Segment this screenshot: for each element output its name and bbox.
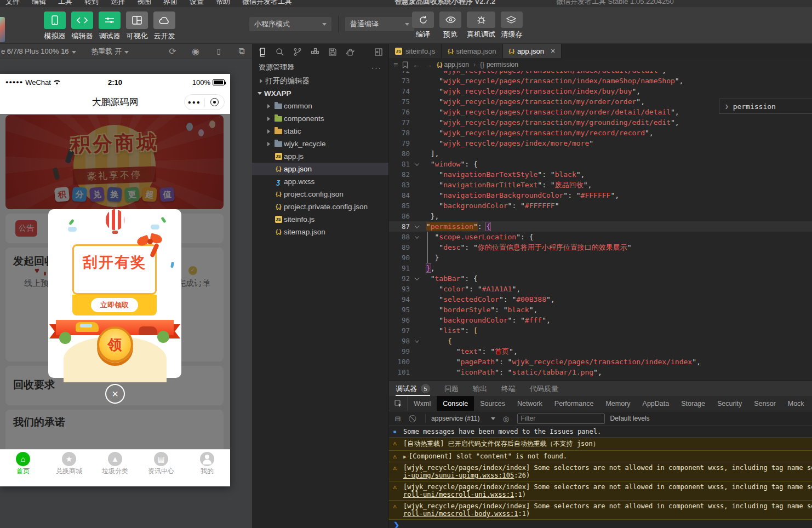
tree-item-components[interactable]: components — [252, 112, 388, 125]
eye-icon[interactable]: ◎ — [501, 415, 512, 423]
toolbar-预览-button[interactable]: 预览 — [439, 12, 461, 39]
mode-dropdown[interactable]: 小程序模式 — [249, 17, 331, 31]
tree-item-siteinfo.js[interactable]: JSsiteinfo.js — [252, 213, 388, 226]
restart-icon[interactable]: ⟳ — [168, 46, 178, 56]
fold-icon[interactable] — [412, 273, 422, 284]
devtools-tab-Console[interactable]: Console — [437, 396, 474, 411]
fold-icon[interactable] — [412, 221, 422, 232]
devtools-tab-Memory[interactable]: Memory — [599, 396, 636, 411]
user-avatar[interactable] — [0, 17, 5, 42]
save-icon[interactable] — [328, 48, 337, 56]
devtools-tab-Sources[interactable]: Sources — [474, 396, 511, 411]
multi-window-icon[interactable]: ⧉ — [237, 46, 247, 56]
source-link[interactable]: roll-uni/mescroll-uni.wxss:1 — [403, 491, 514, 498]
devtools-tab-Sensor[interactable]: Sensor — [748, 396, 782, 411]
devtools-tab-Network[interactable]: Network — [511, 396, 548, 411]
code-area[interactable]: 72 "wjyk_recycle/pages/transaction/index… — [389, 71, 812, 381]
editor-tab-sitemap.json[interactable]: {..}sitemap.json — [442, 44, 502, 58]
tree-item-static[interactable]: static — [252, 125, 388, 137]
tree-item-common[interactable]: common — [252, 100, 388, 112]
console-message-0[interactable]: ▪Some messages have been moved to the Is… — [389, 426, 812, 438]
fold-icon[interactable] — [412, 159, 422, 169]
record-icon[interactable]: ◉ — [191, 46, 201, 56]
toolbar-模拟器-button[interactable]: 模拟器 — [44, 12, 66, 41]
toolbar-编辑器-button[interactable]: 编辑器 — [71, 12, 93, 41]
tab-资讯中心[interactable]: ▤资讯中心 — [138, 450, 184, 475]
breadcrumb-symbol[interactable]: {}permission — [480, 61, 518, 68]
menu-item-7[interactable]: 设置 — [190, 0, 204, 7]
menu-item-3[interactable]: 转到 — [84, 0, 99, 7]
menu-item-6[interactable]: 界面 — [163, 0, 178, 7]
fold-icon[interactable] — [412, 232, 422, 242]
compile-mode-dropdown[interactable]: 普通编译 — [345, 17, 414, 31]
debugger-tab-问题[interactable]: 问题 — [444, 381, 459, 396]
toolbar-真机调试-button[interactable]: 真机调试 — [467, 12, 495, 39]
toolbar-云开发-button[interactable]: 云开发 — [153, 12, 175, 41]
devtools-tab-Performance[interactable]: Performance — [548, 396, 600, 411]
tree-item-project.config.json[interactable]: {..}project.config.json — [252, 188, 388, 200]
console-filter-input[interactable] — [517, 414, 605, 424]
project-root[interactable]: WXAPP — [252, 87, 388, 100]
device-selector[interactable]: e 6/7/8 Plus 100% 16 — [1, 47, 76, 55]
tab-兑换商城[interactable]: ★兑换商城 — [46, 450, 92, 475]
git-branch-icon[interactable] — [293, 48, 302, 56]
console-message-3[interactable]: ⚠[wjyk_recycle/pages/index/index] Some s… — [389, 462, 812, 481]
menu-item-8[interactable]: 帮助 — [216, 0, 230, 7]
toolbar-可视化-button[interactable]: 可视化 — [126, 12, 148, 41]
source-link[interactable]: i-upimg/sunui-upimg.wxss:105 — [403, 472, 514, 479]
symbol-picker-popup[interactable]: ❯permission — [719, 99, 812, 114]
inspect-element-icon[interactable] — [389, 396, 408, 411]
fold-icon[interactable] — [412, 336, 422, 346]
tree-item-project.private.config.json[interactable]: {..}project.private.config.json — [252, 200, 388, 213]
devtools-tab-Security[interactable]: Security — [711, 396, 748, 411]
tree-item-wjyk_recycle[interactable]: wjyk_recycle — [252, 137, 388, 150]
debugger-tab-代码质量[interactable]: 代码质量 — [530, 381, 558, 396]
toolbar-调试器-button[interactable]: 调试器 — [99, 12, 121, 41]
console-message-1[interactable]: ⚠[自动热重载] 已开启代码文件保存后自动热重载（不支持 json） — [389, 438, 812, 451]
menu-item-4[interactable]: 选择 — [111, 0, 125, 7]
bookmark-icon[interactable] — [402, 61, 408, 68]
debugger-tab-输出[interactable]: 输出 — [473, 381, 487, 396]
console-prompt[interactable]: ❯ — [389, 520, 812, 528]
console-message-4[interactable]: ⚠[wjyk_recycle/pages/index/index] Some s… — [389, 481, 812, 501]
menu-item-1[interactable]: 编辑 — [32, 0, 46, 7]
editor-tab-app.json[interactable]: {..}app.json× — [503, 44, 562, 58]
collapse-sidebar-icon[interactable] — [374, 48, 383, 56]
popup-close-button[interactable]: × — [105, 384, 125, 404]
files-icon[interactable] — [258, 48, 267, 57]
phone-frame-icon[interactable]: ▯ — [214, 46, 224, 56]
devtools-tab-Storage[interactable]: Storage — [675, 396, 711, 411]
debugger-tab-终端[interactable]: 终端 — [501, 381, 516, 396]
menu-item-0[interactable]: 文件 — [5, 0, 20, 7]
search-icon[interactable] — [276, 48, 284, 56]
close-tab-icon[interactable]: × — [551, 47, 555, 55]
more-menu-icon[interactable]: ●●● — [185, 99, 204, 105]
debugger-tab-调试器[interactable]: 调试器5 — [396, 381, 430, 396]
clear-console-icon[interactable]: ⃠ — [409, 414, 420, 423]
breadcrumb-file[interactable]: {..}app.json — [437, 61, 469, 68]
tab-首页[interactable]: ⌂首页 — [0, 450, 46, 475]
devtools-tab-AppData[interactable]: AppData — [637, 396, 676, 411]
toolbar-编译-button[interactable]: 编译 — [412, 12, 434, 39]
tab-我的[interactable]: 我的 — [184, 450, 230, 475]
minimize-icon[interactable] — [205, 98, 225, 106]
extensions-icon[interactable] — [311, 48, 319, 56]
hot-reload-toggle[interactable]: 热重载 开 — [92, 47, 129, 56]
gold-coin-icon[interactable]: 领 — [97, 326, 133, 363]
menu-item-2[interactable]: 工具 — [58, 0, 72, 7]
menu-item-5[interactable]: 视图 — [137, 0, 151, 7]
toolbar-清缓存-button[interactable]: 清缓存 — [501, 12, 523, 39]
console-message-2[interactable]: ⚠▶[Component] slot "content" is not foun… — [389, 451, 812, 462]
expand-caret-icon[interactable]: ▶ — [403, 454, 407, 460]
teapot-icon[interactable] — [346, 48, 355, 56]
source-link[interactable]: roll-uni/mescroll-body.wxss:1 — [403, 510, 518, 518]
log-levels-dropdown[interactable]: Default levels — [610, 415, 653, 422]
console-message-5[interactable]: ⚠[wjyk_recycle/pages/index/index] Some s… — [389, 501, 812, 520]
outline-icon[interactable]: ≡ — [393, 60, 398, 69]
nav-forward-icon[interactable]: → — [425, 60, 432, 69]
tab-垃圾分类[interactable]: ▲垃圾分类 — [92, 450, 138, 475]
sidebar-toggle-icon[interactable]: ⊟ — [392, 415, 403, 423]
execution-context-dropdown[interactable]: appservice (#11) — [431, 415, 495, 422]
open-editors-section[interactable]: 打开的编辑器 — [252, 74, 388, 87]
claim-button[interactable]: 立即领取 — [91, 298, 138, 312]
